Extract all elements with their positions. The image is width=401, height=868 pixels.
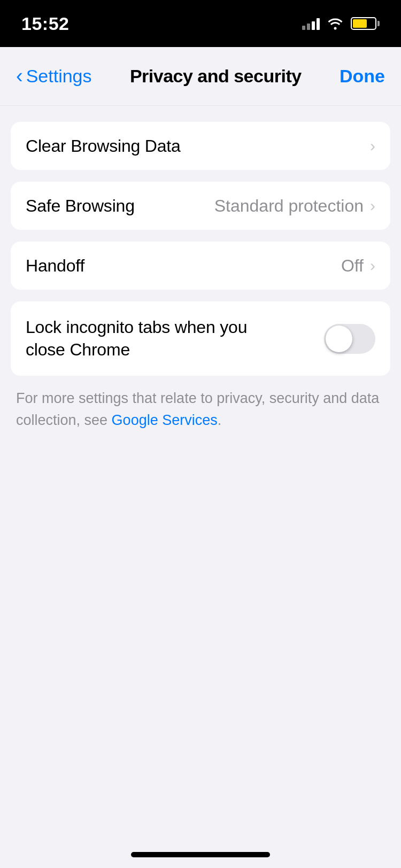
lock-incognito-card: Lock incognito tabs when you close Chrom… [11,301,390,376]
back-label: Settings [26,66,92,87]
nav-bar: ‹ Settings Privacy and security Done [0,47,401,106]
handoff-value: Off [341,256,364,276]
footer-text: For more settings that relate to privacy… [11,387,390,431]
safe-browsing-card: Safe Browsing Standard protection › [11,182,390,230]
lock-incognito-toggle[interactable] [324,324,375,354]
content: Clear Browsing Data › Safe Browsing Stan… [0,106,401,447]
battery-icon [351,17,380,30]
google-services-link[interactable]: Google Services [112,412,218,428]
clear-browsing-data-row[interactable]: Clear Browsing Data › [11,122,390,170]
clear-browsing-data-card: Clear Browsing Data › [11,122,390,170]
clear-browsing-data-right: › [370,138,375,154]
back-chevron-icon: ‹ [16,66,23,86]
safe-browsing-label: Safe Browsing [26,196,135,216]
handoff-label: Handoff [26,256,84,276]
safe-browsing-right: Standard protection › [214,196,375,216]
handoff-row[interactable]: Handoff Off › [11,242,390,290]
handoff-card: Handoff Off › [11,242,390,290]
status-bar: 15:52 [0,0,401,47]
clear-browsing-data-label: Clear Browsing Data [26,136,181,156]
chevron-right-icon: › [370,198,375,214]
home-indicator [131,852,270,857]
chevron-right-icon: › [370,258,375,274]
handoff-right: Off › [341,256,375,276]
safe-browsing-value: Standard protection [214,196,364,216]
wifi-icon [327,18,343,29]
toggle-thumb [326,326,352,352]
footer-suffix: . [218,412,222,428]
safe-browsing-row[interactable]: Safe Browsing Standard protection › [11,182,390,230]
back-button[interactable]: ‹ Settings [16,66,92,87]
status-time: 15:52 [21,13,69,34]
page-title: Privacy and security [130,66,302,87]
lock-incognito-row: Lock incognito tabs when you close Chrom… [26,316,375,361]
chevron-right-icon: › [370,138,375,154]
status-icons [302,17,380,30]
lock-incognito-label: Lock incognito tabs when you close Chrom… [26,316,272,361]
done-button[interactable]: Done [340,66,385,87]
signal-icon [302,17,320,30]
